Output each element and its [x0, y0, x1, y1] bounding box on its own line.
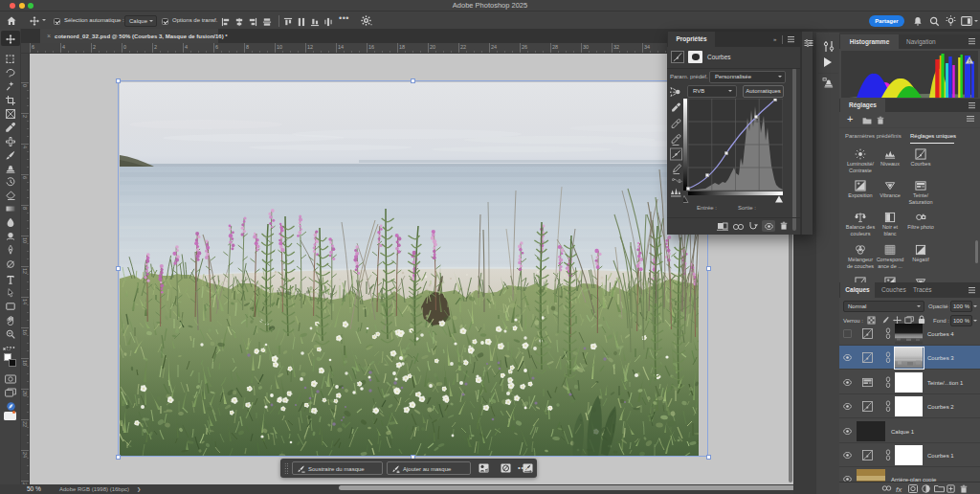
svg-text:fx: fx [896, 485, 902, 494]
